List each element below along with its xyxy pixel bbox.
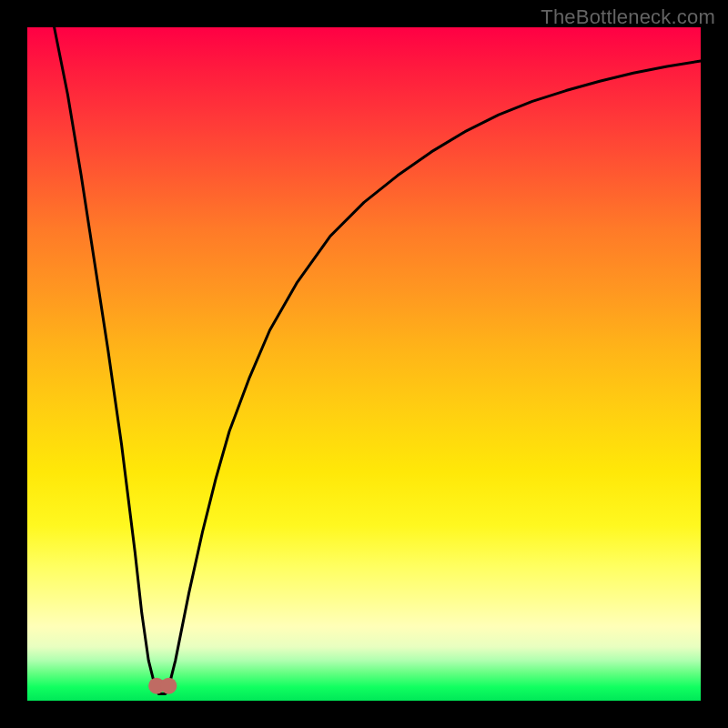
chart-frame: TheBottleneck.com (0, 0, 728, 728)
valley-marker-right (160, 678, 177, 694)
curve-layer (27, 27, 701, 701)
watermark-text: TheBottleneck.com (541, 5, 715, 29)
bottleneck-curve (55, 27, 701, 694)
plot-area (27, 27, 701, 701)
